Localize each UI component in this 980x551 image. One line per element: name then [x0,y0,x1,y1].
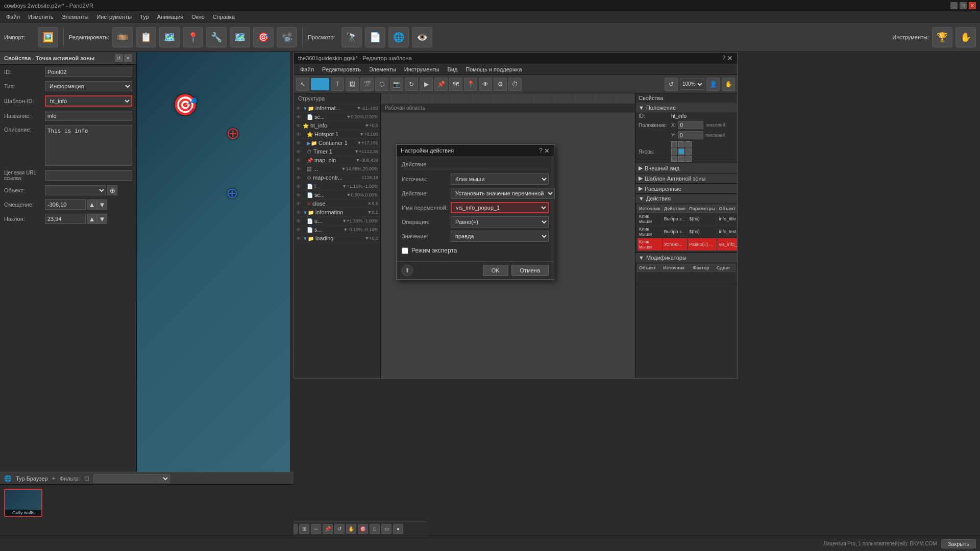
tree-item-12[interactable]: 👁 ▼📁 information ▼0,1 [294,208,380,217]
dialog-cancel-btn[interactable]: Отмена [511,265,549,276]
url-input[interactable] [45,170,132,181]
te-close-btn[interactable]: ✕ [727,55,733,62]
preview-btn-3[interactable]: 🌐 [388,27,409,47]
te-tool-movie[interactable]: 🎬 [360,78,374,91]
vc-btn-move[interactable]: ↔ [311,524,321,534]
te-tool-cam[interactable]: 📷 [390,78,403,91]
anchor-ml[interactable] [671,148,677,155]
desc-textarea[interactable]: This is info [45,125,132,166]
left-panel-btn-refresh[interactable]: ↺ [115,54,123,62]
offset-down-btn[interactable]: ▼ [97,199,107,210]
tree-item-5[interactable]: 👁 ⏱ Timer 1 ▼+1112,36 [294,147,380,156]
offset-up-btn[interactable]: ▲ [87,199,97,210]
te-menu-elements[interactable]: Элементы [365,65,400,73]
edit-btn-4[interactable]: 📍 [183,27,203,47]
te-tool-img[interactable]: 🖼 [346,78,359,91]
edit-btn-6[interactable]: 🗺️ [230,27,250,47]
te-tool-text[interactable]: T [331,78,344,91]
rp-extended-header[interactable]: ▶ Расширенные [635,184,737,193]
tree-item-10[interactable]: 👁 📄 sc... ▼0.00%,0.00% [294,191,380,199]
tilt-up-btn[interactable]: ▲ [87,214,97,224]
vc-btn-rect[interactable]: ▭ [381,524,391,534]
vc-btn-rotate[interactable]: ↺ [334,524,345,534]
preview-btn-2[interactable]: 📄 [365,27,385,47]
object-select[interactable] [45,185,106,195]
rp-x-input[interactable] [678,121,703,129]
te-undo-btn[interactable]: ↺ [665,78,678,91]
tour-browser-add-btn[interactable]: + [52,475,56,482]
vc-btn-circle[interactable]: ● [393,524,403,534]
tour-browser-filter-select[interactable] [93,474,170,483]
maximize-btn[interactable]: □ [960,2,967,9]
menu-edit[interactable]: Изменить [24,13,58,21]
te-menu-edit[interactable]: Редактировать [318,65,365,73]
anchor-tl[interactable] [671,141,677,147]
tour-thumb-0[interactable]: Gully walls [4,489,42,517]
tree-item-14[interactable]: 👁 📄 s... ▼-0.10%,-0.14% [294,226,380,234]
anchor-tr[interactable] [685,141,692,147]
anchor-mr[interactable] [685,148,692,155]
action-row-2[interactable]: Клик мыши Устано... Равно(=) ... vis_inf… [638,238,738,251]
tree-item-0[interactable]: 👁 ▼📁 informat... ▼-21,-183 [294,104,380,113]
action-row-1[interactable]: Клик мыши Выбра з... $(hs) info_text_... [638,226,738,238]
rp-hotspot-header[interactable]: ▶ Шаблон Активной зоны [635,173,737,183]
anchor-bc[interactable] [678,156,684,162]
name-input[interactable] [45,111,132,121]
te-tool-marker[interactable]: 📍 [464,78,477,91]
tree-item-15[interactable]: 👁 ▼📁 loading ▼+0,0 [294,234,380,243]
tools-btn-2[interactable]: ✋ [955,27,976,47]
tree-item-3[interactable]: 👁 ⭐ Hotspot 1 ▼+0,100 [294,130,380,139]
te-menu-tools[interactable]: Инструменты [400,65,444,73]
te-tool-play[interactable]: ▶ [420,78,433,91]
close-btn[interactable]: ✕ [969,2,976,9]
minimize-btn[interactable]: _ [950,2,958,9]
tree-item-2[interactable]: 👁 ⭐ ht_info ▼+0,0 [294,121,380,130]
tilt-down-btn[interactable]: ▼ [97,214,107,224]
te-tool-spin[interactable]: ↻ [405,78,418,91]
te-user-btn-2[interactable]: ✋ [722,78,735,91]
close-status-btn[interactable]: Закрыть [941,539,976,548]
tree-item-8[interactable]: 👁 ⚙ map-contr... 1116,18 [294,173,380,182]
tree-item-7[interactable]: 👁 🖼 ... ▼14.86%,20.00% [294,165,380,173]
object-target-btn[interactable]: ⊕ [107,185,117,195]
tree-item-13[interactable]: 👁 📄 u... ▼+1.39%,-1.00% [294,217,380,226]
dialog-expert-checkbox[interactable] [402,247,408,254]
dialog-source-select[interactable]: Клик мыши [451,173,549,185]
anchor-bl[interactable] [671,156,677,162]
tree-item-9[interactable]: 👁 📄 i... ▼+1.15%,-1.00% [294,182,380,191]
te-tool-select[interactable]: ↖ [296,78,309,91]
menu-file[interactable]: Файл [2,13,24,21]
te-menu-view[interactable]: Вид [443,65,461,73]
edit-btn-1[interactable]: 🎞️ [112,27,133,47]
te-tool-pin[interactable]: 📌 [434,78,448,91]
te-menu-file[interactable]: Файл [296,65,318,73]
dialog-varname-select[interactable]: vis_info_popup_1 [451,202,549,213]
menu-elements[interactable]: Элементы [58,13,93,21]
rp-modifiers-header[interactable]: ▼ Модификаторы [635,253,737,262]
rp-appearance-header[interactable]: ▶ Внешний вид [635,163,737,173]
menu-help[interactable]: Справка [209,13,239,21]
edit-btn-2[interactable]: 📋 [136,27,156,47]
import-btn-1[interactable]: 🖼️ [38,27,58,47]
vc-btn-grid[interactable]: ⊞ [299,524,309,534]
rp-position-header[interactable]: ▼ Положение [635,103,737,112]
edit-btn-5[interactable]: 🔧 [206,27,227,47]
anchor-tc[interactable] [678,141,684,147]
vc-btn-square[interactable]: □ [370,524,380,534]
type-select[interactable]: Информация [45,81,132,91]
anchor-mc[interactable] [678,148,684,155]
id-input[interactable] [45,67,132,77]
dialog-value-select[interactable]: правда [451,231,549,242]
dialog-ok-btn[interactable]: OK [483,265,508,276]
left-panel-btn-close[interactable]: ✕ [124,54,132,62]
tree-item-6[interactable]: 👁 📌 map_pin ▼-308,439 [294,156,380,165]
dialog-close-btn[interactable]: ✕ [544,147,550,155]
edit-btn-7[interactable]: 🎯 [253,27,274,47]
te-zoom-select[interactable]: 100% [680,79,704,90]
dialog-action-select[interactable]: Установить значение переменной [451,188,555,199]
menu-tools[interactable]: Инструменты [92,13,136,21]
anchor-br[interactable] [685,156,692,162]
tools-btn-1[interactable]: 🏆 [932,27,952,47]
template-id-select[interactable]: ht_info [45,95,132,107]
te-menu-help[interactable]: Помощь и поддержка [461,65,526,73]
